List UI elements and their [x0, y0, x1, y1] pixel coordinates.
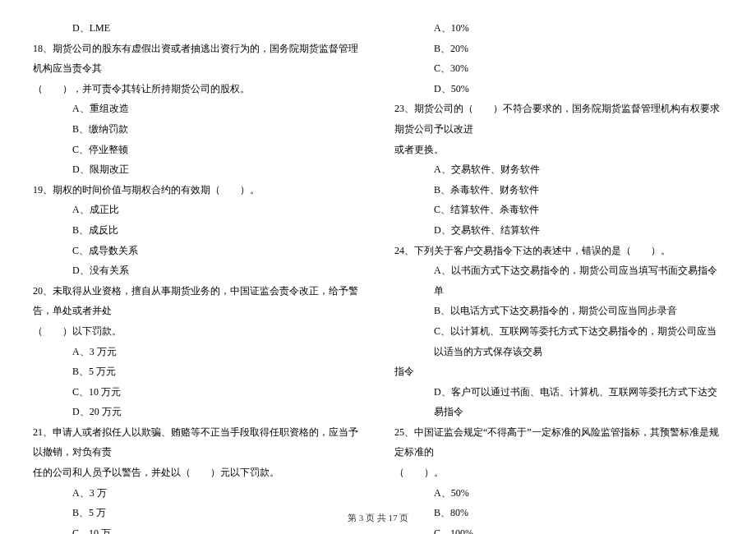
- q18-option-c: C、停业整顿: [33, 140, 362, 160]
- q20-stem-line1: 20、未取得从业资格，擅自从事期货业务的，中国证监会责令改正，给予警告，单处或者…: [33, 281, 362, 321]
- q23-option-a: A、交易软件、财务软件: [394, 159, 723, 180]
- q20-option-d: D、20 万元: [33, 402, 362, 422]
- q21-option-a: A、3 万: [33, 483, 362, 504]
- q20-stem-line2: （ ）以下罚款。: [33, 321, 362, 342]
- q22-option-b: B、20%: [394, 39, 723, 59]
- q20-option-c: C、10 万元: [33, 382, 362, 403]
- q19-option-a: A、成正比: [33, 200, 362, 220]
- left-column: D、LME 18、期货公司的股东有虚假出资或者抽逃出资行为的，国务院期货监督管理…: [33, 18, 362, 501]
- q18-option-d: D、限期改正: [33, 159, 362, 180]
- q19-option-d: D、没有关系: [33, 260, 362, 281]
- q19-stem: 19、期权的时间价值与期权合约的有效期（ ）。: [33, 180, 362, 200]
- q21-stem-line1: 21、申请人或者拟任人以欺骗、贿赂等不正当手段取得任职资格的，应当予以撤销，对负…: [33, 422, 362, 463]
- q23-option-d: D、交易软件、结算软件: [394, 220, 723, 241]
- q22-option-c: C、30%: [394, 58, 723, 79]
- q22-option-a: A、10%: [394, 18, 723, 39]
- q18-stem-line2: （ ），并可责令其转让所持期货公司的股权。: [33, 79, 362, 99]
- q24-stem: 24、下列关于客户交易指令下达的表述中，错误的是（ ）。: [394, 241, 723, 261]
- q24-option-c-line2: 指令: [394, 361, 723, 382]
- q25-option-c: C、100%: [394, 523, 723, 534]
- q21-option-c: C、10 万: [33, 523, 362, 534]
- q17-option-d: D、LME: [33, 18, 362, 39]
- q19-option-b: B、成反比: [33, 220, 362, 241]
- q24-option-b: B、以电话方式下达交易指令的，期货公司应当同步录音: [394, 301, 723, 321]
- q23-option-b: B、杀毒软件、财务软件: [394, 180, 723, 200]
- q20-option-b: B、5 万元: [33, 361, 362, 382]
- q18-stem-line1: 18、期货公司的股东有虚假出资或者抽逃出资行为的，国务院期货监督管理机构应当责令…: [33, 39, 362, 79]
- page-footer: 第 3 页 共 17 页: [0, 512, 756, 524]
- q22-option-d: D、50%: [394, 79, 723, 99]
- q25-stem-line2: （ ）。: [394, 463, 723, 483]
- q25-option-a: A、50%: [394, 483, 723, 504]
- q18-option-a: A、重组改造: [33, 99, 362, 119]
- q23-stem-line1: 23、期货公司的（ ）不符合要求的，国务院期货监督管理机构有权要求期货公司予以改…: [394, 99, 723, 139]
- q21-stem-line2: 任的公司和人员予以警告，并处以（ ）元以下罚款。: [33, 463, 362, 483]
- q23-option-c: C、结算软件、杀毒软件: [394, 200, 723, 220]
- q24-option-a: A、以书面方式下达交易指令的，期货公司应当填写书面交易指令单: [394, 260, 723, 301]
- page-body: D、LME 18、期货公司的股东有虚假出资或者抽逃出资行为的，国务院期货监督管理…: [0, 0, 756, 501]
- q20-option-a: A、3 万元: [33, 342, 362, 362]
- q23-stem-line2: 或者更换。: [394, 140, 723, 160]
- q19-option-c: C、成导数关系: [33, 241, 362, 261]
- right-column: A、10% B、20% C、30% D、50% 23、期货公司的（ ）不符合要求…: [394, 18, 723, 501]
- q24-option-d: D、客户可以通过书面、电话、计算机、互联网等委托方式下达交易指令: [394, 382, 723, 422]
- q24-option-c-line1: C、以计算机、互联网等委托方式下达交易指令的，期货公司应当以适当的方式保存该交易: [394, 321, 723, 361]
- q18-option-b: B、缴纳罚款: [33, 119, 362, 140]
- q25-stem-line1: 25、中国证监会规定“不得高于”一定标准的风险监管指标，其预警标准是规定标准的: [394, 422, 723, 463]
